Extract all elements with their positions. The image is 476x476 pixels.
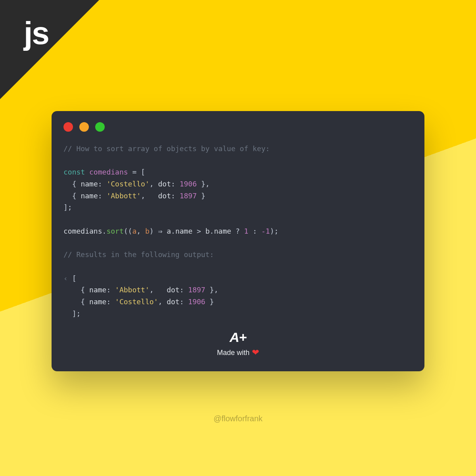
number-literal: 1897 — [188, 286, 205, 294]
identifier-comedians: comedians — [89, 168, 128, 176]
prop-name: name — [175, 227, 192, 235]
prop-dot: dot — [158, 180, 171, 188]
identifier: b — [205, 227, 210, 235]
prop-dot: dot — [167, 298, 180, 306]
zoom-icon[interactable] — [95, 122, 105, 132]
number-literal: 1897 — [180, 192, 197, 200]
code-text: ]; — [63, 203, 72, 211]
number-literal: 1906 — [188, 298, 205, 306]
window-controls — [63, 122, 413, 132]
code-comment: // Results in the following output: — [63, 250, 214, 259]
method-sort: sort — [106, 227, 123, 235]
string-literal: 'Abbott' — [115, 286, 150, 294]
code-window: // How to sort array of objects by value… — [52, 111, 424, 371]
code-text: = [ — [128, 168, 145, 176]
number-literal: 1906 — [180, 180, 197, 188]
made-with-text: Made with — [217, 349, 250, 357]
identifier: comedians — [63, 227, 102, 235]
string-literal: 'Costello' — [106, 180, 149, 188]
close-icon[interactable] — [63, 122, 73, 132]
keyword-const: const — [63, 168, 85, 176]
number-literal: 1 — [244, 227, 248, 235]
made-with-label: Made with ❤ — [217, 347, 259, 358]
window-footer: A+ Made with ❤ — [63, 330, 413, 358]
prop-name: name — [81, 180, 98, 188]
number-literal: -1 — [261, 227, 270, 235]
corner-triangle — [0, 0, 99, 99]
code-comment: // How to sort array of objects by value… — [63, 144, 270, 153]
author-handle: @flowforfrank — [213, 414, 263, 423]
param-a: a — [132, 227, 136, 235]
prop-dot: dot — [158, 192, 171, 200]
minimize-icon[interactable] — [79, 122, 89, 132]
string-literal: 'Abbott' — [106, 192, 141, 200]
identifier: a — [167, 227, 171, 235]
param-b: b — [145, 227, 150, 235]
heart-icon: ❤ — [252, 347, 259, 358]
prop-name: name — [89, 298, 106, 306]
output-caret-icon: ‹ — [63, 274, 72, 282]
logo-aplus: A+ — [230, 330, 246, 345]
code-text: ]; — [72, 309, 81, 318]
string-literal: 'Costello' — [115, 298, 158, 306]
prop-name: name — [81, 192, 98, 200]
prop-name: name — [214, 227, 231, 235]
language-badge: js — [24, 15, 49, 52]
prop-dot: dot — [167, 286, 180, 294]
code-text: [ — [72, 274, 77, 282]
code-block: // How to sort array of objects by value… — [63, 143, 413, 319]
prop-name: name — [89, 286, 106, 294]
